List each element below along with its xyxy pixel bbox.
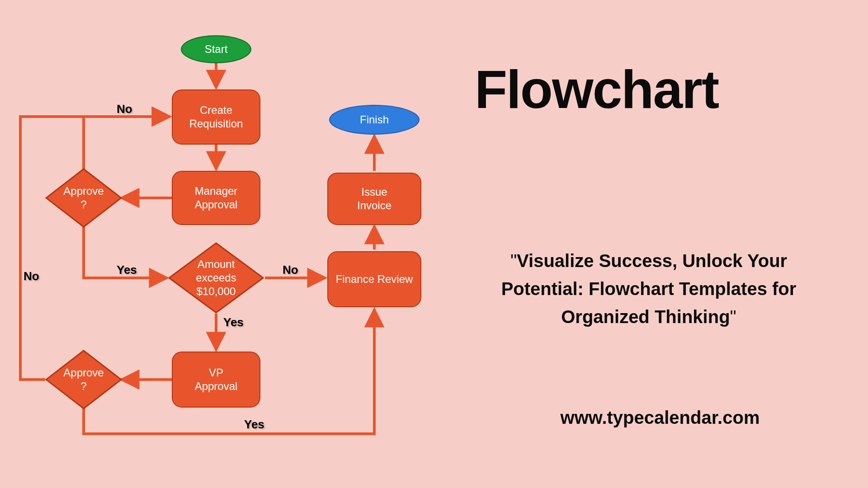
node-manager-approval: Manager Approval — [172, 171, 260, 225]
node-create-requisition: Create Requisition — [172, 89, 260, 145]
node-amount-exceeds: Amount exceeds $10,000 — [168, 242, 264, 314]
node-create-requisition-label: Create Requisition — [189, 103, 243, 131]
node-approve-1-label: Approve ? — [63, 184, 104, 211]
node-finish-label: Finish — [360, 113, 389, 127]
page-title: Flowchart — [475, 59, 845, 120]
node-finish: Finish — [329, 105, 420, 135]
node-issue-invoice: Issue Invoice — [327, 173, 421, 225]
node-finance-review-label: Finance Review — [336, 272, 413, 286]
diagram-canvas: Start Finish Create Requisition Manager … — [0, 0, 868, 488]
site-url: www.typecalendar.com — [475, 408, 845, 428]
node-vp-approval: VP Approval — [172, 352, 260, 408]
label-amount-no: No — [283, 263, 298, 277]
node-start-label: Start — [205, 42, 228, 56]
node-finance-review: Finance Review — [327, 251, 421, 307]
node-approve-1: Approve ? — [45, 168, 122, 228]
node-manager-approval-label: Manager Approval — [195, 184, 238, 211]
node-vp-approval-label: VP Approval — [195, 366, 238, 393]
label-approve1-yes: Yes — [117, 263, 137, 277]
label-approve2-yes: Yes — [244, 418, 264, 432]
label-amount-yes: Yes — [223, 315, 244, 329]
label-approve2-no: No — [24, 269, 39, 283]
label-approve1-no: No — [117, 102, 132, 116]
text-panel: Flowchart "Visualize Success, Unlock You… — [475, 59, 845, 428]
node-issue-invoice-label: Issue Invoice — [357, 185, 392, 212]
node-amount-exceeds-label: Amount exceeds $10,000 — [196, 258, 236, 298]
tagline-text: Visualize Success, Unlock Your Potential… — [501, 251, 797, 327]
node-start: Start — [181, 35, 251, 63]
node-approve-2-label: Approve ? — [63, 366, 104, 393]
node-approve-2: Approve ? — [45, 350, 122, 409]
tagline: "Visualize Success, Unlock Your Potentia… — [475, 247, 823, 331]
